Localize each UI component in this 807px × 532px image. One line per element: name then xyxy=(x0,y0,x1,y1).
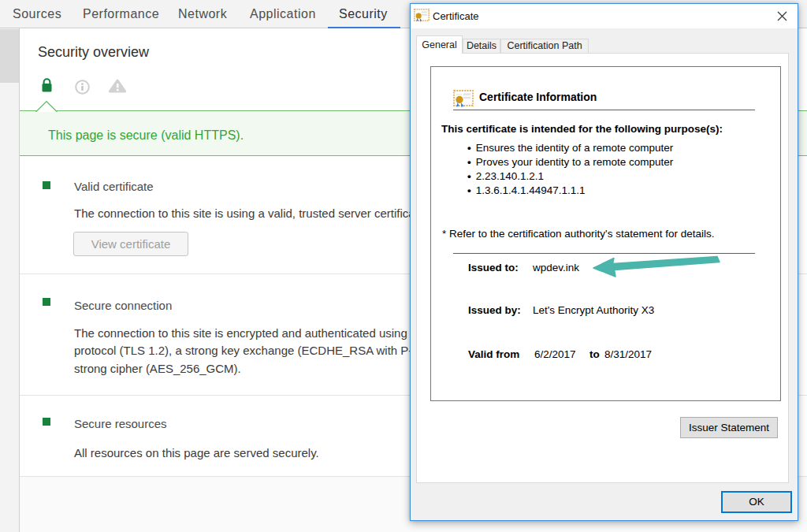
purpose-intro: This certificate is intended for the fol… xyxy=(441,123,723,136)
certificate-icon xyxy=(414,9,430,23)
issuer-statement-button[interactable]: Issuer Statement xyxy=(680,417,778,438)
valid-to-label: to xyxy=(589,348,600,361)
valid-from-value: 6/2/2017 xyxy=(534,348,576,361)
sidebar-selected-item[interactable] xyxy=(0,29,19,83)
dialog-tab-general[interactable]: General xyxy=(416,35,463,54)
dialog-title: Certificate xyxy=(433,4,479,28)
dialog-titlebar[interactable]: Certificate xyxy=(411,4,798,28)
secure-resources-text: All resources on this page are served se… xyxy=(74,445,319,462)
screen: Sources Performance Network Application … xyxy=(0,0,807,532)
purpose-item: Ensures the identity of a remote compute… xyxy=(467,141,673,155)
section-bullet-valid-certificate xyxy=(43,181,50,189)
purpose-item: 2.23.140.1.2.1 xyxy=(467,169,673,184)
section-title-secure-connection: Secure connection xyxy=(74,298,172,314)
section-title-secure-resources: Secure resources xyxy=(74,416,167,432)
valid-certificate-text: The connection to this site is using a v… xyxy=(74,205,428,222)
dialog-close-button[interactable] xyxy=(768,4,797,28)
section-bullet-secure-resources xyxy=(43,418,50,426)
devtools-tab-security[interactable]: Security xyxy=(339,0,388,28)
view-certificate-button[interactable]: View certificate xyxy=(73,232,188,256)
certificate-info-heading: Certificate Information xyxy=(479,91,597,103)
annotation-arrow xyxy=(587,252,726,282)
banner-notch xyxy=(35,100,58,112)
section-bullet-secure-connection xyxy=(43,298,50,306)
purpose-list: Ensures the identity of a remote compute… xyxy=(467,141,673,198)
devtools-tab-sources[interactable]: Sources xyxy=(13,0,61,28)
separator-line xyxy=(453,110,755,110)
warning-icon[interactable] xyxy=(108,79,127,93)
issued-to-value: wpdev.ink xyxy=(533,262,579,274)
devtools-tab-network[interactable]: Network xyxy=(178,0,227,28)
dialog-tab-certification-path[interactable]: Certification Path xyxy=(500,39,589,53)
valid-from-label: Valid from xyxy=(468,348,519,361)
valid-to-value: 8/31/2017 xyxy=(604,348,652,361)
devtools-tab-application[interactable]: Application xyxy=(250,0,316,28)
ok-button[interactable]: OK xyxy=(721,491,792,513)
purpose-item: Proves your identity to a remote compute… xyxy=(467,155,673,169)
secure-banner-text: This page is secure (valid HTTPS). xyxy=(48,113,244,158)
certificate-large-icon xyxy=(453,90,474,110)
devtools-tab-security-label: Security xyxy=(339,7,388,20)
issued-by-value: Let's Encrypt Authority X3 xyxy=(533,304,654,317)
lock-secure-icon[interactable] xyxy=(42,78,52,92)
devtools-tab-performance[interactable]: Performance xyxy=(83,0,159,28)
section-title-valid-certificate: Valid certificate xyxy=(74,179,154,195)
close-icon xyxy=(777,11,787,21)
certificate-dialog: Certificate General Details Certificatio… xyxy=(410,3,798,521)
info-icon[interactable] xyxy=(75,80,90,95)
panel-title: Security overview xyxy=(38,44,149,61)
refer-note: * Refer to the certification authority's… xyxy=(442,227,715,240)
dialog-tab-details[interactable]: Details xyxy=(463,39,500,53)
issued-by-label: Issued by: xyxy=(468,304,521,317)
security-sidebar xyxy=(0,28,20,532)
issued-to-label: Issued to: xyxy=(468,262,519,274)
purpose-item: 1.3.6.1.4.1.44947.1.1.1 xyxy=(467,184,673,198)
